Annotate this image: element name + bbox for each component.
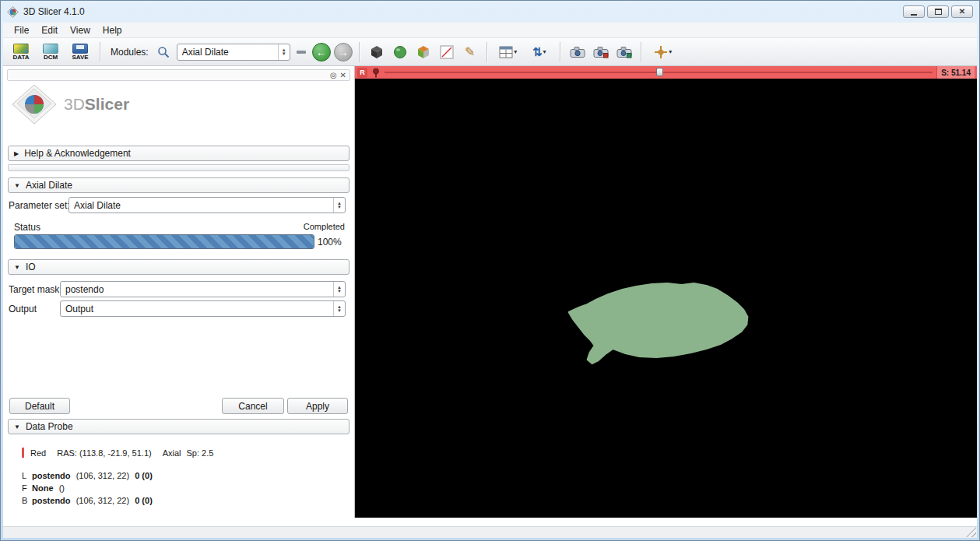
module-history-back-button[interactable]: ←	[312, 43, 331, 61]
crosshair-icon	[654, 45, 668, 59]
viewers-toggle-button[interactable]: ⇅ ▾	[525, 42, 553, 62]
collapsed-triangle-icon: ▶	[14, 150, 19, 157]
slicer-logo-icon	[11, 83, 58, 125]
green-sphere-icon	[393, 45, 407, 59]
probe-layer-row-foreground: F None ()	[22, 482, 153, 494]
output-value: Output	[61, 304, 333, 314]
apply-button[interactable]: Apply	[287, 398, 348, 414]
crosshair-button[interactable]: ▾	[648, 42, 678, 62]
combo-spinner-icon[interactable]: ▲▼	[333, 282, 345, 297]
combo-spinner-icon[interactable]: ▲▼	[333, 198, 345, 213]
back-arrow-icon: ←	[316, 46, 327, 58]
segmentation-mask	[355, 79, 977, 518]
slice-orientation-label: R	[357, 68, 367, 78]
volume-rendering-button[interactable]	[390, 42, 410, 62]
editor-button[interactable]: ✎	[460, 42, 480, 62]
parameter-set-combobox[interactable]: Axial Dilate ▲▼	[68, 197, 346, 213]
minimize-icon	[911, 14, 917, 16]
close-icon: ✕	[959, 8, 965, 16]
module-search-button[interactable]	[153, 42, 174, 62]
menu-edit[interactable]: Edit	[35, 23, 64, 37]
minimize-button[interactable]	[903, 5, 925, 18]
target-mask-value: postendo	[61, 284, 333, 295]
red-slice-view: R S: 51.14	[355, 66, 977, 518]
save-button[interactable]: SAVE	[67, 40, 93, 64]
combo-spinner-icon[interactable]: ▲▼	[333, 301, 345, 316]
modules-menu-button[interactable]	[293, 44, 309, 60]
module-panel: ◎ ✕ 3DSlicer	[3, 66, 355, 518]
empty-section-bar	[8, 164, 349, 171]
camera-restore-icon	[616, 46, 632, 58]
panel-close-icon[interactable]: ✕	[340, 72, 346, 79]
pushpin-icon[interactable]	[371, 68, 381, 78]
panel-undock-icon[interactable]: ◎	[330, 72, 337, 79]
scene-view-capture-button[interactable]	[591, 42, 611, 62]
search-icon	[157, 46, 170, 58]
slice-canvas[interactable]	[355, 79, 977, 518]
cancel-button[interactable]: Cancel	[222, 398, 284, 414]
layout-selector-button[interactable]: ▾	[494, 42, 522, 62]
data-probe-section[interactable]: ▼ Data Probe	[8, 419, 349, 434]
menu-view[interactable]: View	[64, 23, 97, 37]
toolbar-separator	[100, 42, 101, 62]
probe-layer-row-label: L postendo (106, 312, 22) 0 (0)	[22, 469, 153, 482]
app-icon	[7, 6, 19, 18]
pencil-icon: ✎	[465, 44, 475, 59]
close-button[interactable]: ✕	[951, 5, 973, 18]
output-label: Output	[9, 304, 37, 314]
chevron-down-icon: ▾	[543, 48, 546, 55]
scene-view-restore-button[interactable]	[614, 42, 634, 62]
data-probe-section-label: Data Probe	[26, 421, 73, 432]
forward-arrow-icon: →	[338, 46, 349, 58]
modules-menu-icon	[297, 51, 306, 54]
panel-header-strip: ◎ ✕	[7, 69, 350, 81]
models-button[interactable]	[367, 42, 387, 62]
target-mask-combobox[interactable]: postendo ▲▼	[60, 281, 346, 297]
resize-grip[interactable]	[966, 527, 976, 537]
progress-bar	[14, 234, 314, 249]
parameter-set-value: Axial Dilate	[69, 200, 333, 211]
io-section[interactable]: ▼ IO	[8, 259, 349, 275]
maximize-button[interactable]	[927, 5, 949, 18]
default-button[interactable]: Default	[9, 398, 70, 414]
expanded-triangle-icon: ▼	[14, 182, 20, 189]
volumes-button[interactable]	[413, 42, 434, 62]
slice-offset-slider[interactable]	[385, 66, 933, 79]
help-section-label: Help & Acknowledgement	[24, 148, 131, 159]
color-cube-icon	[416, 45, 430, 59]
camera-icon	[570, 46, 585, 58]
logo-text-3d: 3D	[64, 95, 85, 113]
output-combobox[interactable]: Output ▲▼	[60, 300, 346, 317]
maximize-icon	[935, 9, 942, 15]
module-selector[interactable]: Axial Dilate ▲▼	[177, 44, 290, 61]
load-data-button[interactable]: DATA	[8, 40, 34, 64]
expanded-triangle-icon: ▼	[14, 264, 20, 271]
toolbar-separator	[359, 42, 360, 62]
camera-plus-icon	[593, 46, 609, 58]
axial-dilate-section[interactable]: ▼ Axial Dilate	[8, 177, 349, 193]
layout-grid-icon	[499, 46, 513, 58]
slider-handle[interactable]	[656, 68, 663, 76]
module-history-forward-button[interactable]: →	[334, 43, 353, 61]
up-down-arrows-icon: ⇅	[532, 45, 543, 59]
probe-orientation: Axial	[163, 448, 181, 458]
progress-percent: 100%	[318, 237, 342, 248]
window-title: 3D Slicer 4.1.0	[23, 6, 85, 17]
toolbar-separator	[560, 42, 561, 62]
screenshot-button[interactable]	[567, 42, 588, 62]
expanded-triangle-icon: ▼	[14, 423, 20, 430]
toolbar: DATA DCM SAVE Modules: Axial Dilate ▲▼	[3, 38, 977, 66]
menu-file[interactable]: File	[8, 23, 35, 37]
menu-help[interactable]: Help	[97, 23, 128, 37]
measurements-button[interactable]	[437, 42, 457, 62]
probe-layer-rows: L postendo (106, 312, 22) 0 (0) F None (…	[22, 469, 153, 507]
slicer-logo: 3DSlicer	[11, 83, 129, 125]
slice-controller-bar: R S: 51.14	[355, 66, 977, 79]
slice-offset-value: S: 51.14	[936, 66, 975, 79]
red-view-color-swatch	[22, 448, 24, 458]
bottom-gap	[3, 518, 977, 526]
dicom-button[interactable]: DCM	[37, 40, 64, 64]
dark-cube-icon	[370, 45, 384, 59]
combo-spinner-icon[interactable]: ▲▼	[278, 44, 290, 60]
help-acknowledgement-section[interactable]: ▶ Help & Acknowledgement	[8, 146, 349, 161]
